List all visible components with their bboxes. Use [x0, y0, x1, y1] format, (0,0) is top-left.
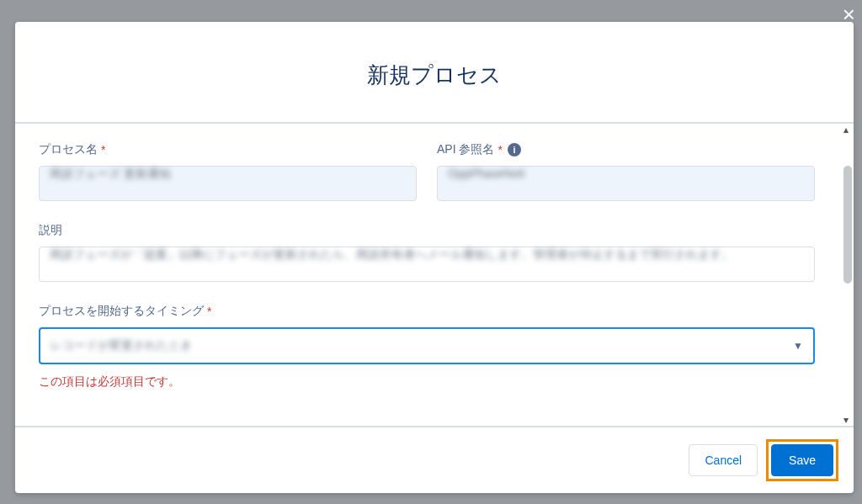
api-name-label: API 参照名 * i — [437, 142, 815, 157]
start-timing-select-wrap: レコードが変更されたとき ▼ — [39, 327, 815, 364]
modal-body-wrapper: プロセス名 * 商談フェーズ 更新通知 API 参照名 * i OppPhase… — [15, 124, 854, 426]
description-value: 商談フェーズが「提案」以降にフェーズが更新されたら、商談所有者へメール通知します… — [50, 247, 733, 261]
scrollbar-thumb[interactable] — [843, 166, 852, 284]
description-label-text: 説明 — [39, 223, 62, 238]
modal-title: 新規プロセス — [15, 61, 854, 90]
api-name-input[interactable]: OppPhaseNoti — [437, 166, 815, 201]
form-row-timing: プロセスを開始するタイミング * レコードが変更されたとき ▼ この項目は必須項… — [39, 304, 815, 390]
start-timing-select[interactable]: レコードが変更されたとき — [39, 327, 815, 364]
new-process-modal: × 新規プロセス プロセス名 * 商談フェーズ 更新通知 API 参照名 — [15, 22, 854, 493]
api-name-group: API 参照名 * i OppPhaseNoti — [437, 142, 815, 201]
close-icon[interactable]: × — [843, 3, 855, 25]
chevron-down-icon: ▼ — [793, 340, 803, 352]
start-timing-group: プロセスを開始するタイミング * レコードが変更されたとき ▼ この項目は必須項… — [39, 304, 815, 390]
process-name-label-text: プロセス名 — [39, 142, 98, 157]
api-name-label-text: API 参照名 — [437, 142, 494, 157]
required-marker: * — [207, 305, 211, 318]
start-timing-value: レコードが変更されたとき — [51, 338, 192, 353]
modal-body: プロセス名 * 商談フェーズ 更新通知 API 参照名 * i OppPhase… — [15, 124, 838, 426]
process-name-input[interactable]: 商談フェーズ 更新通知 — [39, 166, 417, 201]
save-button-highlight: Save — [766, 439, 838, 481]
description-label: 説明 — [39, 223, 815, 238]
required-marker: * — [101, 143, 105, 157]
description-group: 説明 商談フェーズが「提案」以降にフェーズが更新されたら、商談所有者へメール通知… — [39, 223, 815, 282]
modal-footer: Cancel Save — [15, 426, 854, 493]
process-name-label: プロセス名 * — [39, 142, 417, 157]
api-name-value: OppPhaseNoti — [448, 167, 524, 180]
process-name-group: プロセス名 * 商談フェーズ 更新通知 — [39, 142, 417, 201]
process-name-value: 商談フェーズ 更新通知 — [50, 167, 171, 180]
form-row-names: プロセス名 * 商談フェーズ 更新通知 API 参照名 * i OppPhase… — [39, 142, 815, 201]
modal-header: 新規プロセス — [15, 22, 854, 124]
save-button[interactable]: Save — [771, 444, 833, 476]
start-timing-label: プロセスを開始するタイミング * — [39, 304, 815, 319]
scroll-up-icon[interactable]: ▴ — [840, 124, 852, 135]
scroll-down-icon[interactable]: ▾ — [840, 414, 852, 426]
cancel-button[interactable]: Cancel — [689, 444, 758, 476]
vertical-scrollbar[interactable]: ▴ ▾ — [838, 124, 854, 426]
start-timing-label-text: プロセスを開始するタイミング — [39, 304, 204, 319]
description-input[interactable]: 商談フェーズが「提案」以降にフェーズが更新されたら、商談所有者へメール通知します… — [39, 247, 815, 282]
form-row-description: 説明 商談フェーズが「提案」以降にフェーズが更新されたら、商談所有者へメール通知… — [39, 223, 815, 282]
start-timing-error: この項目は必須項目です。 — [39, 374, 815, 390]
required-marker: * — [498, 143, 502, 157]
info-icon[interactable]: i — [508, 143, 521, 157]
